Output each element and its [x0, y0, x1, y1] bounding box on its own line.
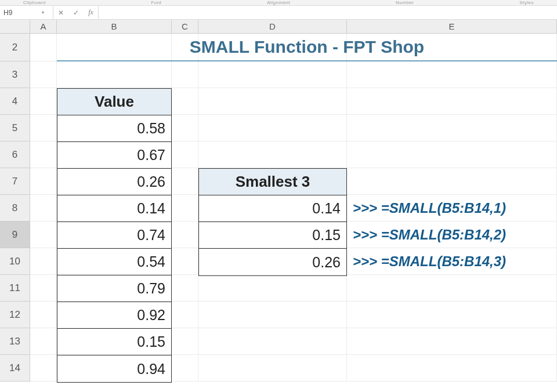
formula-bar-input[interactable] [99, 6, 557, 19]
select-all-corner[interactable] [0, 20, 30, 34]
name-box[interactable]: ▾ [0, 6, 53, 19]
row-header[interactable]: 10 [0, 248, 30, 275]
value-cell[interactable]: 0.15 [57, 329, 171, 355]
formula-bar-row: ▾ ✕ ✓ fx [0, 6, 557, 20]
row-header[interactable]: 2 [0, 34, 30, 61]
row: 2 [0, 34, 557, 61]
value-cell[interactable]: 0.54 [57, 249, 171, 275]
smallest3-cell[interactable]: 0.14 [199, 195, 346, 222]
fx-icon[interactable]: fx [88, 8, 93, 17]
ribbon-label: Clipboard [23, 0, 46, 5]
value-cell[interactable]: 0.58 [57, 115, 171, 142]
smallest3-cell[interactable]: 0.26 [199, 249, 346, 275]
col-header-b[interactable]: B [57, 20, 172, 34]
ribbon-label: Number [396, 0, 414, 5]
name-box-input[interactable] [0, 9, 42, 17]
col-header-a[interactable]: A [30, 20, 57, 34]
formula-bar[interactable] [99, 6, 557, 19]
formula-annotations: >>> =SMALL(B5:B14,1) >>> =SMALL(B5:B14,2… [353, 195, 506, 275]
row-header[interactable]: 11 [0, 275, 30, 302]
row-header[interactable]: 14 [0, 355, 30, 382]
ribbon-label: Styles [519, 0, 534, 5]
enter-icon[interactable]: ✓ [73, 9, 79, 17]
spreadsheet-grid[interactable]: A B C D E 2 3 4 5 6 7 8 9 10 11 12 13 14… [0, 20, 557, 382]
formula-annotation: >>> =SMALL(B5:B14,2) [353, 222, 506, 248]
row-header[interactable]: 6 [0, 141, 30, 168]
smallest3-header: Smallest 3 [199, 169, 346, 195]
cancel-icon[interactable]: ✕ [58, 9, 64, 17]
column-headers: A B C D E [0, 20, 557, 34]
row-header[interactable]: 7 [0, 168, 30, 195]
formula-annotation: >>> =SMALL(B5:B14,1) [353, 195, 506, 222]
smallest3-cell[interactable]: 0.15 [199, 222, 346, 249]
row-header[interactable]: 9 [0, 222, 30, 248]
value-cell[interactable]: 0.74 [57, 222, 171, 249]
col-header-e[interactable]: E [347, 20, 557, 34]
row-header[interactable]: 3 [0, 61, 30, 88]
row-header[interactable]: 8 [0, 195, 30, 222]
ribbon-label: Alignment [267, 0, 290, 5]
smallest3-table: Smallest 3 0.14 0.15 0.26 [198, 168, 347, 276]
row-header[interactable]: 13 [0, 328, 30, 355]
value-cell[interactable]: 0.14 [57, 195, 171, 222]
value-cell[interactable]: 0.92 [57, 302, 171, 329]
value-cell[interactable]: 0.79 [57, 275, 171, 302]
row-header[interactable]: 5 [0, 115, 30, 141]
row-header[interactable]: 12 [0, 302, 30, 328]
value-cell[interactable]: 0.94 [57, 355, 171, 382]
value-cell[interactable]: 0.26 [57, 169, 171, 195]
value-cell[interactable]: 0.67 [57, 142, 171, 169]
formula-bar-buttons: ✕ ✓ fx [53, 6, 99, 19]
value-table: Value 0.58 0.67 0.26 0.14 0.74 0.54 0.79… [57, 88, 172, 383]
ribbon-label: Font [151, 0, 161, 5]
col-header-d[interactable]: D [198, 20, 347, 34]
row-header[interactable]: 4 [0, 88, 30, 115]
formula-annotation: >>> =SMALL(B5:B14,3) [353, 248, 506, 275]
col-header-c[interactable]: C [172, 20, 198, 34]
chevron-down-icon[interactable]: ▾ [42, 10, 44, 15]
value-table-header: Value [57, 89, 171, 115]
ribbon-remnant: Clipboard Font Alignment Number Styles [0, 0, 557, 6]
